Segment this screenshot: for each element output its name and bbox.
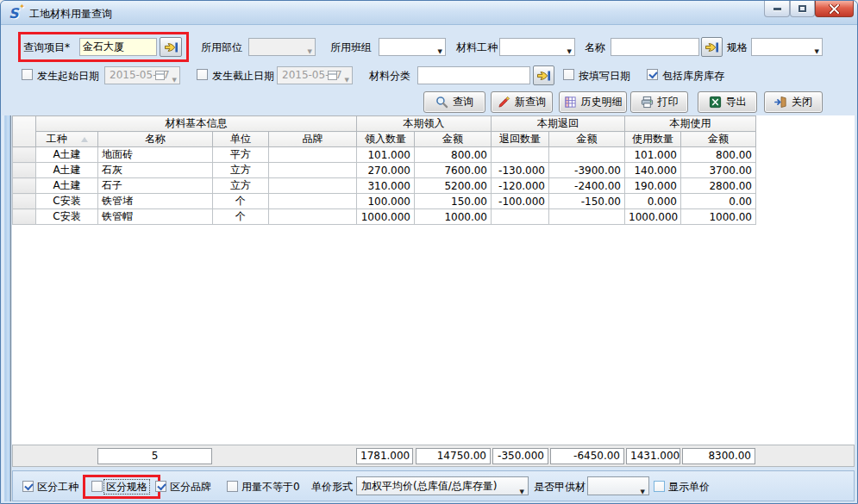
cell[interactable] bbox=[549, 209, 625, 225]
cell[interactable]: 800.00 bbox=[415, 147, 492, 163]
column-header-gongzhong[interactable]: 工种 bbox=[36, 132, 98, 147]
cell[interactable]: C安装 bbox=[36, 209, 98, 225]
include-warehouse-checkbox[interactable] bbox=[647, 69, 658, 80]
cell[interactable]: 190.000 bbox=[625, 178, 681, 194]
cell[interactable]: A土建 bbox=[36, 147, 98, 163]
row-selector[interactable] bbox=[13, 194, 36, 209]
minimize-button[interactable] bbox=[764, 1, 790, 17]
close-form-button[interactable]: 关闭 bbox=[764, 91, 823, 113]
cell[interactable]: 101.000 bbox=[357, 147, 415, 163]
column-header-return-amount[interactable]: 金额 bbox=[549, 132, 625, 147]
cell[interactable]: 0.000 bbox=[625, 194, 681, 209]
cell[interactable]: 地面砖 bbox=[98, 147, 213, 163]
column-header-recv-qty[interactable]: 领入数量 bbox=[357, 132, 415, 147]
cell[interactable]: 140.000 bbox=[625, 163, 681, 178]
cell[interactable]: 310.000 bbox=[357, 178, 415, 194]
cell[interactable]: -2400.00 bbox=[549, 178, 625, 194]
cell[interactable] bbox=[492, 209, 549, 225]
cell[interactable]: 1000.00 bbox=[681, 209, 756, 225]
category-input[interactable] bbox=[417, 66, 530, 84]
price-form-combobox[interactable]: 加权平均价(总库值/总库存量)▼ bbox=[356, 476, 529, 495]
owner-supplied-combobox[interactable]: ▼ bbox=[587, 476, 649, 495]
cell[interactable] bbox=[492, 147, 549, 163]
part-combobox[interactable]: ▼ bbox=[248, 38, 316, 56]
category-lookup-button[interactable] bbox=[533, 65, 554, 85]
cell[interactable]: A土建 bbox=[36, 178, 98, 194]
cell[interactable]: 2800.00 bbox=[681, 178, 756, 194]
cell[interactable] bbox=[269, 147, 357, 163]
row-selector[interactable] bbox=[13, 209, 36, 225]
row-selector[interactable] bbox=[13, 147, 36, 163]
spec-combobox[interactable]: ▼ bbox=[751, 38, 823, 56]
cell[interactable]: 1000.000 bbox=[357, 209, 415, 225]
cell[interactable]: -120.000 bbox=[492, 178, 549, 194]
cell[interactable]: A土建 bbox=[36, 163, 98, 178]
project-lookup-button[interactable] bbox=[160, 37, 182, 57]
cell[interactable]: -3900.00 bbox=[549, 163, 625, 178]
distinguish-spec-checkbox[interactable] bbox=[91, 481, 103, 492]
start-date-checkbox[interactable] bbox=[22, 69, 33, 80]
name-lookup-button[interactable] bbox=[701, 37, 723, 57]
cell[interactable] bbox=[549, 147, 625, 163]
cell[interactable]: 石子 bbox=[98, 178, 213, 194]
name-input[interactable] bbox=[611, 38, 699, 56]
close-button[interactable] bbox=[815, 1, 854, 17]
cell[interactable]: 150.00 bbox=[415, 194, 492, 209]
team-combobox[interactable]: ▼ bbox=[379, 38, 446, 56]
vertical-scrollbar[interactable] bbox=[3, 115, 11, 501]
cell[interactable]: 铁管帽 bbox=[98, 209, 213, 225]
row-selector[interactable] bbox=[13, 178, 36, 194]
distinguish-gongzhong-checkbox[interactable] bbox=[22, 481, 34, 492]
end-date-picker[interactable]: 2015-05-27▼ bbox=[277, 66, 353, 84]
cell[interactable]: 立方 bbox=[213, 178, 269, 194]
cell[interactable]: 7600.00 bbox=[415, 163, 492, 178]
column-header-unit[interactable]: 单位 bbox=[213, 132, 269, 147]
new-query-button[interactable]: 新查询 bbox=[491, 91, 553, 113]
end-date-checkbox[interactable] bbox=[197, 69, 208, 80]
cell[interactable]: 1000.000 bbox=[625, 209, 681, 225]
cell[interactable]: 石灰 bbox=[98, 163, 213, 178]
cell[interactable]: 平方 bbox=[213, 147, 269, 163]
cell[interactable]: 个 bbox=[213, 209, 269, 225]
by-fill-date-checkbox[interactable] bbox=[563, 69, 574, 80]
cell[interactable]: 0.00 bbox=[681, 194, 756, 209]
cell[interactable] bbox=[269, 178, 357, 194]
group-header-row: 材料基本信息 本期领入 本期退回 本期使用 bbox=[13, 116, 756, 132]
start-date-picker[interactable]: 2015-05-27▼ bbox=[104, 66, 180, 84]
cell[interactable]: 立方 bbox=[213, 163, 269, 178]
show-unit-price-checkbox[interactable] bbox=[654, 481, 665, 492]
query-button[interactable]: 查询 bbox=[423, 91, 485, 113]
print-icon bbox=[641, 96, 654, 109]
cell[interactable]: -150.00 bbox=[549, 194, 625, 209]
print-button[interactable]: 打印 bbox=[630, 91, 688, 113]
cell[interactable] bbox=[269, 163, 357, 178]
project-input[interactable] bbox=[79, 38, 157, 56]
cell[interactable]: -130.000 bbox=[492, 163, 549, 178]
material-type-combobox[interactable]: ▼ bbox=[499, 38, 575, 56]
column-header-used-qty[interactable]: 使用数量 bbox=[625, 132, 681, 147]
cell[interactable]: 个 bbox=[213, 194, 269, 209]
cell[interactable]: -100.000 bbox=[492, 194, 549, 209]
cell[interactable]: 270.000 bbox=[357, 163, 415, 178]
distinguish-brand-checkbox[interactable] bbox=[155, 481, 166, 492]
column-header-name[interactable]: 名称 bbox=[98, 132, 213, 147]
export-button[interactable]: 导出 bbox=[698, 91, 757, 113]
cell[interactable]: 101.000 bbox=[625, 147, 681, 163]
usage-nonzero-checkbox[interactable] bbox=[227, 481, 238, 492]
maximize-button[interactable] bbox=[790, 1, 815, 17]
cell[interactable]: 1000.00 bbox=[415, 209, 492, 225]
cell[interactable] bbox=[269, 209, 357, 225]
cell[interactable] bbox=[269, 194, 357, 209]
row-selector[interactable] bbox=[13, 163, 36, 178]
column-header-brand[interactable]: 品牌 bbox=[269, 132, 357, 147]
column-header-used-amount[interactable]: 金额 bbox=[681, 132, 756, 147]
cell[interactable]: 100.000 bbox=[357, 194, 415, 209]
cell[interactable]: 5200.00 bbox=[415, 178, 492, 194]
cell[interactable]: 800.00 bbox=[681, 147, 756, 163]
cell[interactable]: 3700.00 bbox=[681, 163, 756, 178]
column-header-return-qty[interactable]: 退回数量 bbox=[492, 132, 549, 147]
history-detail-button[interactable]: 历史明细 bbox=[559, 91, 627, 113]
cell[interactable]: 铁管堵 bbox=[98, 194, 213, 209]
cell[interactable]: C安装 bbox=[36, 194, 98, 209]
column-header-recv-amount[interactable]: 金额 bbox=[415, 132, 492, 147]
